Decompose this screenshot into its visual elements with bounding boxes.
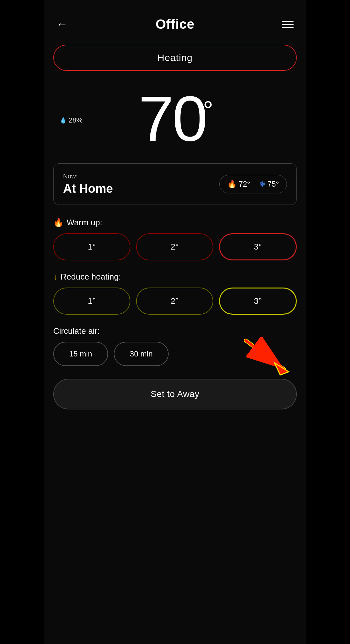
page-title: Office bbox=[156, 17, 194, 32]
warm-up-icon: 🔥 bbox=[53, 218, 63, 228]
heat-temp-value: 72° bbox=[238, 180, 250, 189]
reduce-heating-label: Reduce heating: bbox=[61, 272, 121, 282]
current-temperature: 70° bbox=[138, 87, 211, 151]
away-section: Set to Away bbox=[53, 379, 297, 409]
pill-divider bbox=[255, 180, 255, 189]
reduce-1deg[interactable]: 1° bbox=[53, 288, 130, 315]
fire-icon: 🔥 bbox=[227, 180, 237, 189]
temp-value: 70 bbox=[138, 83, 206, 154]
schedule-card[interactable]: Now: At Home 🔥 72° ❄ 75° bbox=[53, 163, 297, 205]
menu-line-3 bbox=[282, 27, 294, 28]
humidity-icon: 💧 bbox=[60, 117, 67, 124]
reduce-heating-section: ↓ Reduce heating: 1° 2° 3° bbox=[53, 272, 297, 315]
degree-symbol: ° bbox=[203, 96, 212, 124]
warm-up-buttons: 1° 2° 3° bbox=[53, 233, 297, 260]
schedule-left: Now: At Home bbox=[63, 173, 113, 196]
reduce-icon: ↓ bbox=[53, 272, 57, 282]
reduce-3deg[interactable]: 3° bbox=[219, 288, 297, 315]
circulate-15min[interactable]: 15 min bbox=[53, 342, 108, 366]
warm-up-header: 🔥 Warm up: bbox=[53, 218, 297, 228]
warm-up-3deg[interactable]: 3° bbox=[219, 233, 297, 260]
back-button[interactable]: ← bbox=[56, 18, 68, 31]
warm-up-section: 🔥 Warm up: 1° 2° 3° bbox=[53, 218, 297, 260]
menu-line-1 bbox=[282, 21, 294, 22]
menu-button[interactable] bbox=[282, 21, 294, 28]
now-label: Now: bbox=[63, 173, 113, 180]
reduce-heating-header: ↓ Reduce heating: bbox=[53, 272, 297, 282]
heat-temp: 🔥 72° bbox=[227, 180, 250, 189]
humidity-value: 28% bbox=[69, 116, 83, 124]
svg-marker-3 bbox=[274, 363, 289, 375]
reduce-heating-buttons: 1° 2° 3° bbox=[53, 288, 297, 315]
set-away-button[interactable]: Set to Away bbox=[53, 379, 297, 409]
temp-pill: 🔥 72° ❄ 75° bbox=[219, 175, 287, 193]
arrow-indicator bbox=[239, 337, 290, 376]
warm-up-1deg[interactable]: 1° bbox=[53, 233, 130, 260]
heating-badge: Heating bbox=[53, 45, 297, 71]
schedule-mode: At Home bbox=[63, 182, 113, 196]
header: ← Office bbox=[53, 0, 297, 41]
warm-up-label: Warm up: bbox=[67, 218, 102, 228]
set-away-label: Set to Away bbox=[151, 389, 200, 399]
snowflake-icon: ❄ bbox=[259, 180, 266, 189]
heating-label: Heating bbox=[157, 52, 193, 63]
cool-temp-value: 75° bbox=[267, 180, 279, 189]
cool-temp: ❄ 75° bbox=[259, 180, 279, 189]
menu-line-2 bbox=[282, 24, 294, 25]
circulate-30min[interactable]: 30 min bbox=[114, 342, 169, 366]
temperature-section: 💧 28% 70° bbox=[53, 80, 297, 160]
warm-up-2deg[interactable]: 2° bbox=[136, 233, 213, 260]
humidity-display: 💧 28% bbox=[60, 116, 83, 124]
circulate-label: Circulate air: bbox=[53, 326, 297, 336]
reduce-2deg[interactable]: 2° bbox=[136, 288, 213, 315]
